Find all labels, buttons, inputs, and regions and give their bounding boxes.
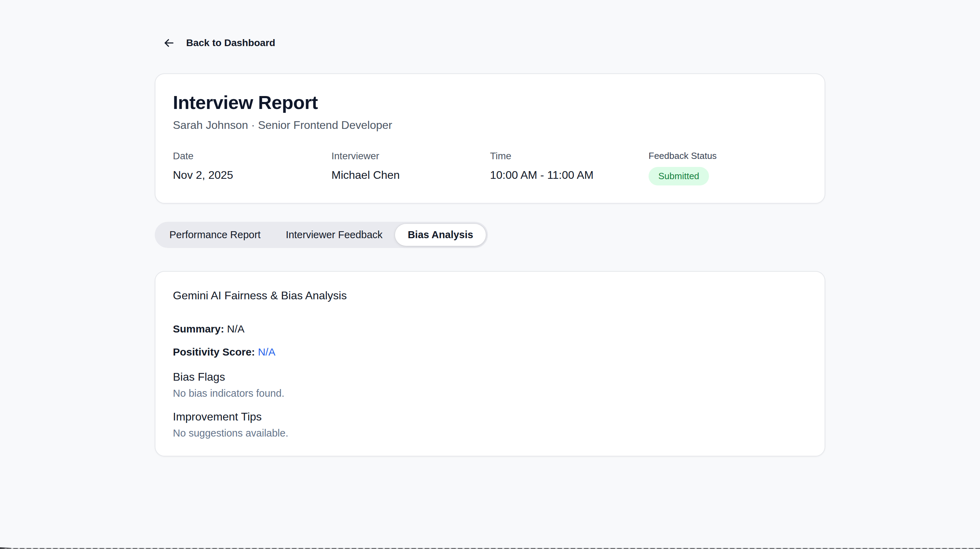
interviewer-value: Michael Chen [331, 169, 490, 181]
improvement-tips-empty-text: No suggestions available. [173, 428, 807, 439]
page-container: Back to Dashboard Interview Report Sarah… [155, 0, 825, 457]
time-value: 10:00 AM - 11:00 AM [490, 169, 649, 181]
summary-value: N/A [227, 323, 245, 334]
tab-performance-report[interactable]: Performance Report [157, 224, 273, 246]
interviewer-field: Interviewer Michael Chen [331, 151, 490, 185]
tab-bias-analysis[interactable]: Bias Analysis [395, 224, 486, 246]
feedback-status-field: Feedback Status Submitted [649, 151, 807, 185]
date-field: Date Nov 2, 2025 [173, 151, 331, 185]
positivity-score-line: Positivity Score: N/A [173, 346, 807, 358]
date-value: Nov 2, 2025 [173, 169, 331, 181]
candidate-subtitle: Sarah Johnson · Senior Frontend Develope… [173, 119, 807, 132]
summary-label: Summary: [173, 323, 224, 334]
date-label: Date [173, 151, 331, 162]
bias-analysis-card: Gemini AI Fairness & Bias Analysis Summa… [155, 271, 825, 457]
interview-report-card: Interview Report Sarah Johnson · Senior … [155, 73, 825, 204]
analysis-heading: Gemini AI Fairness & Bias Analysis [173, 289, 807, 302]
bias-flags-heading: Bias Flags [173, 371, 807, 384]
back-to-dashboard-link[interactable]: Back to Dashboard [155, 36, 275, 49]
report-tabs: Performance Report Interviewer Feedback … [155, 222, 488, 248]
page-title: Interview Report [173, 91, 807, 113]
interview-info-grid: Date Nov 2, 2025 Interviewer Michael Che… [173, 151, 807, 185]
bias-flags-empty-text: No bias indicators found. [173, 388, 807, 399]
interviewer-label: Interviewer [331, 151, 490, 162]
screenshot-bottom-corner [0, 547, 12, 549]
status-badge: Submitted [649, 167, 709, 185]
back-link-label: Back to Dashboard [186, 37, 275, 49]
arrow-left-icon [162, 36, 176, 49]
positivity-score-label: Positivity Score: [173, 346, 255, 358]
improvement-tips-heading: Improvement Tips [173, 411, 807, 423]
summary-line: Summary: N/A [173, 323, 807, 335]
positivity-score-value: N/A [258, 346, 275, 358]
tab-interviewer-feedback[interactable]: Interviewer Feedback [273, 224, 395, 246]
feedback-status-label: Feedback Status [649, 151, 807, 161]
time-label: Time [490, 151, 649, 162]
time-field: Time 10:00 AM - 11:00 AM [490, 151, 649, 185]
